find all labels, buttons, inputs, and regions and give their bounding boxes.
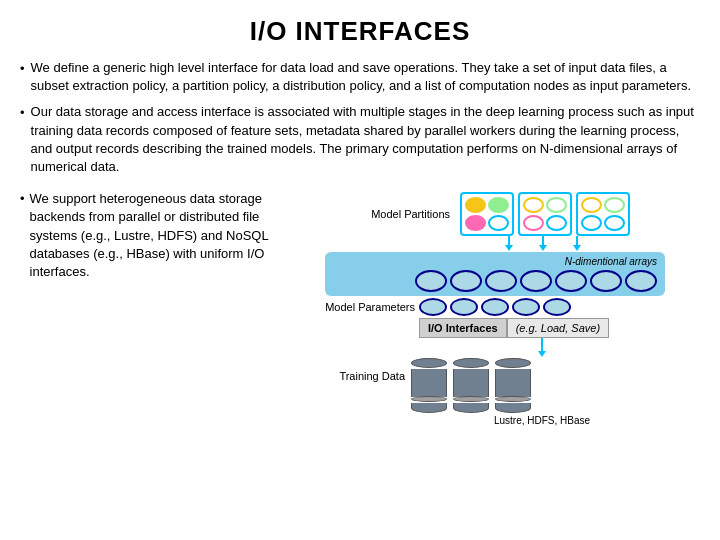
db-body xyxy=(495,369,531,397)
pg-cell xyxy=(604,215,625,231)
partition-grid-2 xyxy=(518,192,572,236)
db-body xyxy=(411,369,447,397)
db-icon-3 xyxy=(495,358,531,413)
partition-boxes xyxy=(460,192,630,236)
partition-grid-3 xyxy=(576,192,630,236)
ndim-cell xyxy=(555,270,587,292)
training-data-row: Training Data xyxy=(325,358,665,413)
ndim-cell xyxy=(485,270,517,292)
bullet-1: • We define a generic high level interfa… xyxy=(20,59,700,95)
io-eg-label: (e.g. Load, Save) xyxy=(507,318,609,338)
param-cell xyxy=(512,298,540,316)
db-bottom xyxy=(411,403,447,413)
pg-cell xyxy=(546,215,567,231)
arrows-to-training xyxy=(325,338,665,358)
bullet-3-text: We support heterogeneous data storage ba… xyxy=(30,190,280,281)
db-icon-2 xyxy=(453,358,489,413)
page-title: I/O INTERFACES xyxy=(20,16,700,47)
pg-cell xyxy=(523,215,544,231)
partition-grid-1 xyxy=(460,192,514,236)
pg-cell xyxy=(488,197,509,213)
db-top xyxy=(411,358,447,368)
bullet-2: • Our data storage and access interface … xyxy=(20,103,700,176)
pg-cell xyxy=(604,197,625,213)
bullet-dot-1: • xyxy=(20,60,25,95)
db-icon-1 xyxy=(411,358,447,413)
arrow-head xyxy=(538,351,546,357)
arrow-head xyxy=(505,245,513,251)
bullet-1-text: We define a generic high level interface… xyxy=(31,59,700,95)
lustre-label: Lustre, HDFS, HBase xyxy=(325,415,665,426)
arrow-head xyxy=(539,245,547,251)
db-body xyxy=(453,369,489,397)
arrow-line xyxy=(541,338,543,351)
ndim-label: N-dimentional arrays xyxy=(565,256,657,267)
pg-cell xyxy=(488,215,509,231)
ndim-row xyxy=(415,270,657,292)
arrow-to-training xyxy=(538,338,546,358)
arrow-1 xyxy=(505,236,513,252)
bullet-3: • We support heterogeneous data storage … xyxy=(20,190,280,281)
bullet-2-text: Our data storage and access interface is… xyxy=(31,103,700,176)
io-interfaces-label: I/O Interfaces xyxy=(419,318,507,338)
bullet-dot-3: • xyxy=(20,190,25,281)
param-cell xyxy=(543,298,571,316)
db-mid xyxy=(453,396,489,402)
pg-cell xyxy=(581,215,602,231)
ndim-cell xyxy=(520,270,552,292)
arrow-line xyxy=(576,236,578,245)
db-top xyxy=(453,358,489,368)
params-cells xyxy=(419,298,571,316)
db-bottom xyxy=(453,403,489,413)
model-partitions-row: Model Partitions xyxy=(360,192,630,236)
db-icons xyxy=(411,358,531,413)
ndim-cell xyxy=(625,270,657,292)
ndim-cell xyxy=(415,270,447,292)
pg-cell xyxy=(523,197,544,213)
ndim-cell xyxy=(590,270,622,292)
param-cell xyxy=(419,298,447,316)
param-cell xyxy=(450,298,478,316)
arrow-line xyxy=(542,236,544,245)
param-cell xyxy=(481,298,509,316)
training-data-label: Training Data xyxy=(325,358,405,382)
pg-cell xyxy=(581,197,602,213)
model-parameters-label: Model Parameters xyxy=(325,301,415,313)
ndim-band: N-dimentional arrays xyxy=(325,252,665,296)
bullet-dot-2: • xyxy=(20,104,25,176)
pg-cell xyxy=(465,197,486,213)
model-parameters-row: Model Parameters xyxy=(325,298,665,316)
io-bar: I/O Interfaces (e.g. Load, Save) xyxy=(325,318,665,338)
arrow-head xyxy=(573,245,581,251)
arrow-3 xyxy=(573,236,581,252)
db-bottom xyxy=(495,403,531,413)
db-top xyxy=(495,358,531,368)
pg-cell xyxy=(465,215,486,231)
arrows-partitions xyxy=(325,236,665,252)
db-mid xyxy=(411,396,447,402)
arrow-line xyxy=(508,236,510,245)
arrow-2 xyxy=(539,236,547,252)
pg-cell xyxy=(546,197,567,213)
model-partitions-label: Model Partitions xyxy=(360,208,450,220)
diagram: Model Partitions xyxy=(290,192,700,426)
ndim-cell xyxy=(450,270,482,292)
db-mid xyxy=(495,396,531,402)
